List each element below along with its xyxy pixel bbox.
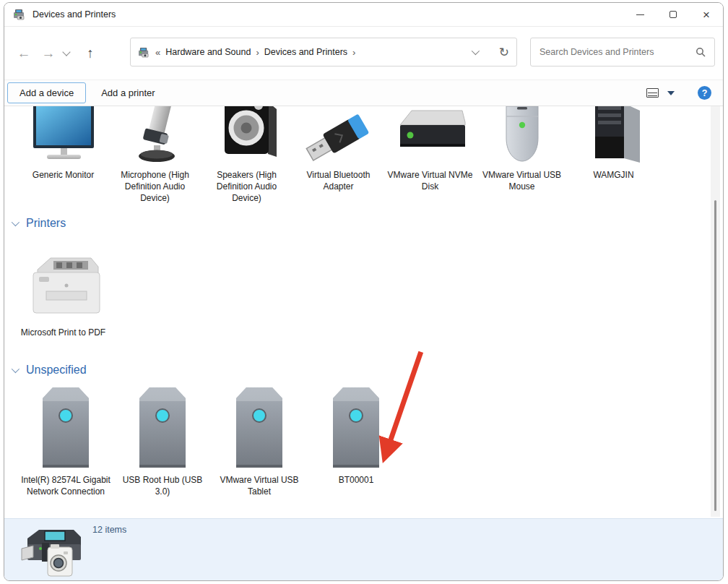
device-tile[interactable]: Microsoft Print to PDF bbox=[17, 249, 109, 338]
device-label: WAMGJIN bbox=[568, 169, 659, 181]
add-a-printer-button[interactable]: Add a printer bbox=[89, 82, 167, 103]
device-tile[interactable]: Intel(R) 82574L Gigabit Network Connecti… bbox=[17, 384, 114, 497]
group-title: Printers bbox=[26, 217, 66, 230]
devices-and-printers-app-icon bbox=[13, 9, 26, 20]
collapse-chevron-icon bbox=[12, 218, 20, 226]
device-label: Speakers (High Definition Audio Device) bbox=[201, 169, 292, 205]
device-tile[interactable]: VMware Virtual USB Tablet bbox=[211, 384, 308, 497]
recent-locations-chevron-icon[interactable] bbox=[62, 48, 70, 56]
device-label: Intel(R) 82574L Gigabit Network Connecti… bbox=[17, 474, 114, 497]
device-label: BT00001 bbox=[308, 474, 404, 486]
back-button[interactable]: ← bbox=[12, 46, 36, 61]
monitor-icon bbox=[17, 106, 109, 164]
printers-group-header[interactable]: Printers bbox=[12, 217, 66, 230]
status-bar: 12 items bbox=[4, 518, 723, 580]
device-tile[interactable]: WAMGJIN bbox=[568, 106, 659, 181]
group-title: Unspecified bbox=[26, 364, 87, 377]
printer-icon bbox=[17, 249, 109, 322]
item-count: 12 items bbox=[92, 525, 126, 535]
unspecified-group-header[interactable]: Unspecified bbox=[12, 364, 87, 377]
generic-device-icon bbox=[211, 384, 308, 469]
device-label: USB Root Hub (USB 3.0) bbox=[114, 474, 211, 497]
device-label: Microsoft Print to PDF bbox=[17, 327, 109, 338]
disk-drive-icon bbox=[384, 106, 476, 164]
address-bar[interactable]: « Hardware and Sound › Devices and Print… bbox=[130, 38, 517, 66]
generic-device-icon bbox=[17, 384, 114, 469]
device-tile[interactable]: Generic Monitor bbox=[17, 106, 109, 181]
help-icon[interactable]: ? bbox=[698, 86, 711, 100]
breadcrumb-collapse-indicator: « bbox=[155, 47, 160, 58]
search-input[interactable] bbox=[540, 47, 696, 57]
minimize-button[interactable] bbox=[623, 3, 656, 26]
computer-tower-icon bbox=[568, 106, 659, 164]
view-options-dropdown-icon[interactable] bbox=[667, 91, 675, 95]
breadcrumb-separator: › bbox=[256, 47, 259, 58]
location-icon bbox=[138, 47, 150, 58]
refresh-icon[interactable]: ↻ bbox=[499, 46, 509, 59]
minimize-icon bbox=[636, 14, 644, 15]
breadcrumb-separator: › bbox=[352, 47, 355, 58]
device-tile[interactable]: Virtual Bluetooth Adapter bbox=[292, 106, 384, 192]
up-button[interactable]: ↑ bbox=[78, 46, 103, 61]
title-bar: Devices and Printers × bbox=[4, 3, 723, 27]
generic-device-icon bbox=[114, 384, 211, 469]
device-label: Microphone (High Definition Audio Device… bbox=[109, 169, 201, 205]
device-tile[interactable]: VMware Virtual USB Mouse bbox=[476, 106, 568, 192]
search-icon[interactable] bbox=[696, 47, 706, 57]
device-tile[interactable]: USB Root Hub (USB 3.0) bbox=[114, 384, 211, 497]
generic-device-icon bbox=[308, 384, 404, 469]
mouse-icon bbox=[476, 106, 568, 164]
change-view-icon[interactable] bbox=[646, 88, 659, 98]
device-label: VMware Virtual NVMe Disk bbox=[384, 169, 476, 192]
speaker-icon bbox=[201, 106, 292, 164]
forward-button[interactable]: → bbox=[36, 46, 61, 61]
device-label: VMware Virtual USB Tablet bbox=[211, 474, 308, 497]
close-icon: × bbox=[703, 9, 710, 21]
close-button[interactable]: × bbox=[690, 3, 723, 26]
device-label: Virtual Bluetooth Adapter bbox=[292, 169, 384, 192]
devices-summary-icon bbox=[20, 524, 82, 580]
vertical-scrollbar[interactable] bbox=[711, 106, 720, 517]
usb-dongle-icon bbox=[292, 106, 384, 164]
device-list-area: Generic Monitor Microphone (High Definit… bbox=[4, 106, 723, 518]
microphone-icon bbox=[109, 106, 201, 164]
search-box bbox=[530, 38, 715, 66]
window-title: Devices and Printers bbox=[32, 9, 116, 20]
breadcrumb-devices-and-printers[interactable]: Devices and Printers bbox=[264, 47, 347, 57]
device-label: VMware Virtual USB Mouse bbox=[476, 169, 568, 192]
device-label: Generic Monitor bbox=[17, 169, 109, 181]
device-tile-bt00001[interactable]: BT00001 bbox=[308, 384, 404, 486]
add-a-device-button[interactable]: Add a device bbox=[7, 82, 86, 103]
breadcrumb-hardware-and-sound[interactable]: Hardware and Sound bbox=[165, 47, 251, 57]
maximize-icon bbox=[670, 11, 677, 18]
device-tile[interactable]: Microphone (High Definition Audio Device… bbox=[109, 106, 201, 205]
collapse-chevron-icon bbox=[12, 365, 20, 373]
scrollbar-thumb[interactable] bbox=[714, 200, 716, 511]
maximize-button[interactable] bbox=[656, 3, 690, 26]
command-toolbar: Add a device Add a printer ? bbox=[4, 80, 723, 106]
address-dropdown-chevron-icon[interactable] bbox=[472, 47, 480, 55]
devices-and-printers-window: Devices and Printers × ← → ↑ « Hardware … bbox=[4, 2, 724, 581]
navigation-bar: ← → ↑ « Hardware and Sound › Devices and… bbox=[4, 27, 723, 80]
device-tile[interactable]: VMware Virtual NVMe Disk bbox=[384, 106, 476, 192]
device-tile[interactable]: Speakers (High Definition Audio Device) bbox=[201, 106, 292, 205]
